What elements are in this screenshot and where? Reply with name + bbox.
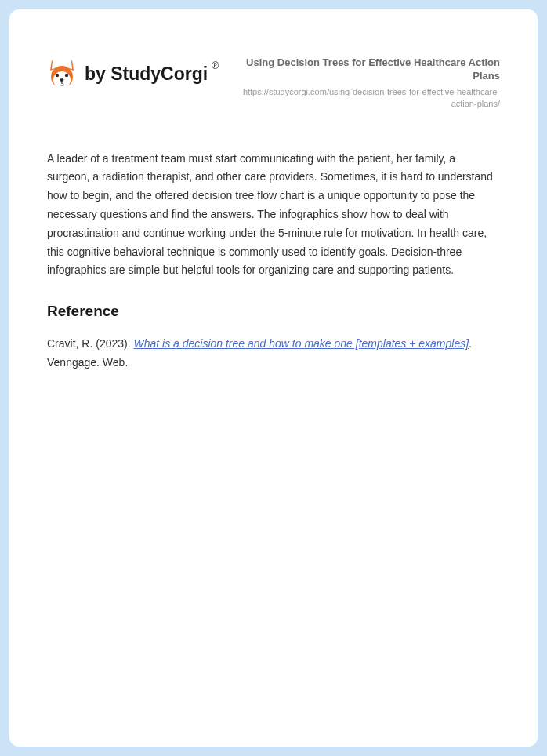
brand-label: by StudyCorgi	[85, 64, 208, 84]
brand-text: by StudyCorgi ®	[85, 64, 208, 85]
title-block: Using Decision Trees for Effective Healt…	[234, 56, 500, 111]
document-url: https://studycorgi.com/using-decision-tr…	[234, 86, 500, 111]
svg-point-4	[60, 78, 64, 82]
reference-entry: Cravit, R. (2023). What is a decision tr…	[47, 335, 500, 373]
reference-link[interactable]: What is a decision tree and how to make …	[133, 337, 469, 350]
document-title: Using Decision Trees for Effective Healt…	[234, 56, 500, 83]
reference-author: Cravit, R. (2023).	[47, 337, 133, 350]
reference-heading: Reference	[47, 299, 500, 324]
corgi-logo-icon	[47, 56, 77, 91]
body-paragraph: A leader of a treatment team must start …	[47, 150, 500, 281]
page-header: by StudyCorgi ® Using Decision Trees for…	[47, 56, 500, 111]
document-page: by StudyCorgi ® Using Decision Trees for…	[9, 9, 538, 747]
document-content: A leader of a treatment team must start …	[47, 150, 500, 373]
svg-point-3	[65, 74, 68, 77]
brand-block: by StudyCorgi ®	[47, 56, 208, 91]
registered-mark: ®	[212, 60, 219, 71]
svg-point-2	[56, 74, 59, 77]
